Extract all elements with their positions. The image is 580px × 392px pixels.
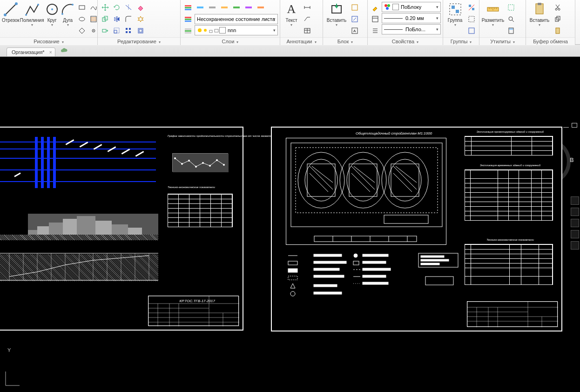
offset-icon[interactable] — [135, 25, 146, 36]
create-block-icon[interactable] — [349, 2, 360, 13]
svg-rect-9 — [79, 6, 85, 9]
tool-group[interactable]: Группа ▾ — [445, 1, 465, 27]
explication-table-1 — [465, 136, 553, 155]
mirror-icon[interactable] — [111, 14, 122, 25]
layer-state-combo[interactable]: Несохраненное состояние листа — [195, 14, 278, 24]
svg-rect-156 — [288, 261, 297, 265]
lineweight-combo[interactable]: 0.20 мм — [382, 13, 441, 23]
svg-line-146 — [396, 166, 417, 182]
tool-line[interactable]: Отрезок — [2, 1, 20, 23]
leader-icon[interactable] — [302, 14, 313, 25]
calc-icon[interactable] — [506, 25, 517, 36]
dimension-icon[interactable] — [302, 2, 313, 13]
ucs-icon[interactable]: Y — [3, 370, 21, 389]
tool-paste[interactable]: Вставить ▾ — [528, 1, 551, 27]
attr-block-icon[interactable]: A — [349, 25, 360, 36]
group-select-icon[interactable] — [466, 25, 477, 36]
copy-icon[interactable] — [100, 14, 111, 25]
annot-tools — [302, 1, 313, 36]
erase-icon[interactable] — [135, 2, 146, 13]
tool-arc[interactable]: Дуга ▾ — [61, 1, 75, 27]
layer-iso-icon[interactable] — [182, 25, 194, 36]
stretch-icon[interactable] — [100, 25, 111, 36]
svg-rect-177 — [421, 256, 444, 257]
compass-e[interactable]: В — [570, 157, 574, 163]
tool-polyline[interactable]: Полилиния ▾ — [20, 1, 44, 27]
svg-rect-157 — [314, 261, 346, 264]
viewport-maximize-icon[interactable] — [572, 123, 577, 128]
panel-title-annot[interactable]: Аннотации — [280, 37, 323, 45]
cut-icon[interactable] — [552, 2, 563, 13]
nav-orbit-icon[interactable] — [571, 230, 579, 238]
rotate-icon[interactable] — [111, 2, 122, 13]
close-tab-icon[interactable]: × — [49, 50, 52, 55]
fillet-icon[interactable] — [123, 14, 134, 25]
viewport-minimize-icon[interactable] — [563, 123, 569, 128]
tool-measure[interactable]: Разметить ▾ — [481, 1, 505, 27]
panel-title-edit[interactable]: Редактирование — [98, 37, 180, 45]
svg-marker-162 — [290, 284, 295, 288]
panel-title-groups[interactable]: Группы — [443, 37, 479, 45]
svg-point-96 — [181, 163, 183, 165]
svg-rect-61 — [372, 16, 378, 22]
nav-showmotion-icon[interactable] — [571, 241, 579, 250]
layer-color-swatch — [219, 27, 226, 34]
layer-states-icon[interactable] — [182, 14, 194, 25]
tool-rect-icon[interactable] — [76, 2, 88, 13]
layer-current-combo[interactable]: nnn — [195, 25, 278, 35]
nav-zoom-icon[interactable] — [571, 219, 579, 227]
svg-rect-147 — [384, 215, 428, 223]
svg-rect-160 — [288, 276, 297, 280]
tool-polygon-icon[interactable] — [76, 25, 88, 36]
svg-rect-25 — [126, 28, 128, 30]
table-icon[interactable] — [302, 25, 313, 36]
layer-off-icon[interactable] — [207, 2, 218, 13]
props-palette-icon[interactable] — [370, 14, 381, 25]
scale-icon[interactable] — [111, 25, 122, 36]
panel-title-layers[interactable]: Слои — [181, 37, 280, 45]
layer-freeze-icon[interactable] — [195, 2, 206, 13]
edit-tools-1 — [100, 1, 134, 36]
tool-circle[interactable]: Круг ▾ — [45, 1, 60, 27]
svg-rect-72 — [469, 5, 471, 7]
layer-match-icon[interactable] — [231, 2, 242, 13]
paste-spec-icon[interactable] — [552, 25, 563, 36]
nav-pan-icon[interactable] — [571, 208, 579, 216]
linetype-combo[interactable]: ПоБло... — [382, 24, 441, 34]
layer-lock-icon[interactable] — [219, 2, 230, 13]
move-icon[interactable] — [100, 2, 111, 13]
drawing-canvas[interactable]: Верх С З В — [0, 57, 580, 392]
group-edit-icon[interactable] — [466, 14, 477, 25]
svg-rect-75 — [469, 28, 474, 34]
svg-rect-128 — [296, 148, 438, 213]
tool-insert-block[interactable]: Вставить ▾ — [325, 1, 348, 27]
ungroup-icon[interactable] — [466, 2, 477, 13]
layer-prev-icon[interactable] — [243, 2, 254, 13]
tool-text[interactable]: A Текст ▾ — [282, 1, 301, 27]
panel-title-props[interactable]: Свойства — [368, 37, 443, 45]
panel-title-draw[interactable]: Рисование — [0, 37, 97, 45]
svg-line-139 — [310, 173, 328, 192]
layer-props-icon[interactable] — [182, 2, 194, 13]
cloud-sync-icon[interactable] — [60, 47, 68, 55]
svg-rect-82 — [508, 5, 514, 10]
copy-clip-icon[interactable] — [552, 14, 563, 25]
tool-ellipse-icon[interactable] — [76, 14, 88, 25]
svg-rect-38 — [185, 30, 191, 32]
color-combo[interactable]: ПоБлоку — [382, 2, 441, 12]
panel-title-block[interactable]: Блок — [323, 37, 367, 45]
match-props-icon[interactable] — [370, 2, 381, 13]
select-all-icon[interactable] — [506, 2, 517, 13]
edit-block-icon[interactable] — [349, 14, 360, 25]
document-tab[interactable]: Организация*× — [7, 47, 55, 56]
list-icon[interactable] — [370, 25, 381, 36]
layer-walk-icon[interactable] — [255, 2, 266, 13]
explode-icon[interactable] — [135, 14, 146, 25]
panel-title-utils[interactable]: Утилиты — [479, 37, 526, 45]
quick-select-icon[interactable] — [506, 14, 517, 25]
nav-wheel-icon[interactable] — [571, 196, 579, 205]
svg-rect-168 — [353, 261, 359, 265]
trim-icon[interactable] — [123, 2, 134, 13]
array-icon[interactable] — [123, 25, 134, 36]
svg-rect-45 — [257, 7, 264, 8]
